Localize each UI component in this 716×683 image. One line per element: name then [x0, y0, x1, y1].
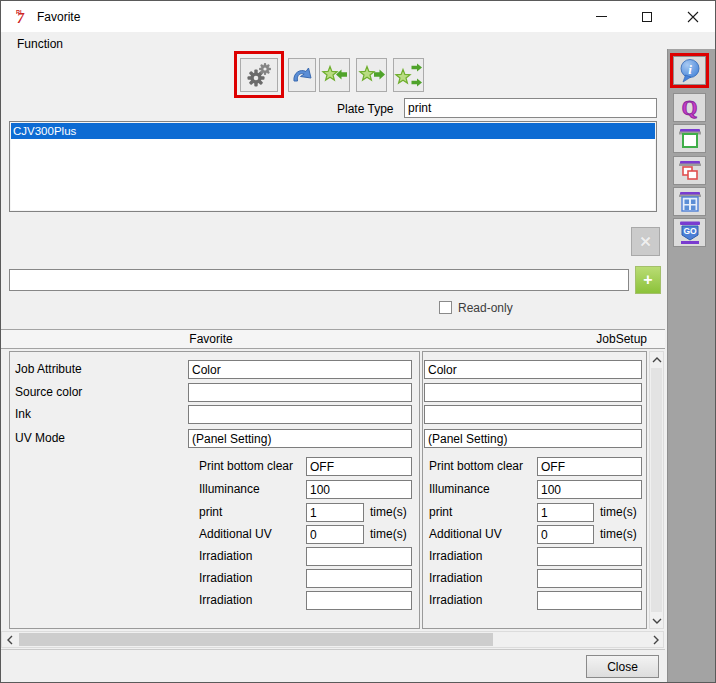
- row-label: Illuminance: [429, 480, 490, 499]
- svg-text:GO: GO: [683, 226, 697, 236]
- sidebar-arrange-button[interactable]: [673, 156, 706, 185]
- row-label: Source color: [15, 383, 82, 402]
- favorite-field-additional-uv[interactable]: [306, 525, 364, 544]
- tile-icon: [678, 189, 702, 214]
- info-icon: i: [678, 58, 702, 83]
- horizontal-scrollbar-thumb[interactable]: [19, 633, 493, 646]
- favorite-dialog: RL 7 Favorite Function: [0, 0, 716, 683]
- sidebar-tile-button[interactable]: [673, 187, 706, 216]
- star-arrow-left-icon: [320, 60, 349, 90]
- plate-type-label: Plate Type: [337, 102, 393, 116]
- favorite-field-ink[interactable]: [188, 405, 412, 424]
- favorite-name-input[interactable]: [9, 269, 629, 291]
- favorite-field-irradiation-3[interactable]: [306, 591, 412, 610]
- favorite-apply-all-button[interactable]: [393, 58, 424, 92]
- jobsetup-field-irradiation-3[interactable]: [537, 591, 642, 610]
- row-label: Irradiation: [429, 569, 482, 588]
- maximize-button[interactable]: [624, 1, 670, 32]
- scroll-down-icon[interactable]: [650, 613, 663, 628]
- scroll-right-icon[interactable]: [648, 632, 663, 647]
- row-label: Additional UV: [429, 525, 502, 544]
- sidebar-execute-button[interactable]: GO: [673, 218, 706, 247]
- jobsetup-field-irradiation-2[interactable]: [537, 569, 642, 588]
- jobsetup-field-job-attribute[interactable]: [424, 360, 642, 379]
- row-label: Additional UV: [199, 525, 272, 544]
- jobsetup-panel: Print bottom clear Illuminance print tim…: [422, 351, 647, 629]
- row-label: Irradiation: [429, 547, 482, 566]
- jobsetup-field-print-times[interactable]: [537, 503, 594, 522]
- jobsetup-field-irradiation-1[interactable]: [537, 547, 642, 566]
- svg-text:7: 7: [17, 11, 25, 25]
- minimize-button[interactable]: [578, 1, 624, 32]
- settings-button[interactable]: [240, 58, 278, 92]
- jobsetup-column-header: JobSetup: [596, 332, 647, 346]
- favorite-field-print-bottom-clear[interactable]: [306, 457, 412, 476]
- add-favorite-button[interactable]: +: [635, 266, 661, 294]
- jobsetup-field-additional-uv[interactable]: [537, 525, 594, 544]
- read-only-checkbox[interactable]: [439, 301, 452, 314]
- menu-item-function[interactable]: Function: [17, 37, 63, 51]
- read-only-label: Read-only: [458, 301, 513, 315]
- rasterlink-app-icon: RL 7: [13, 7, 31, 25]
- star-arrow-right-icon: [357, 60, 386, 90]
- jobsetup-field-source-color[interactable]: [424, 383, 642, 402]
- close-icon: [687, 11, 699, 23]
- go-icon: GO: [678, 220, 702, 245]
- vertical-scrollbar-thumb[interactable]: [651, 368, 662, 612]
- row-label: print: [199, 503, 222, 522]
- favorite-import-button[interactable]: [319, 58, 350, 92]
- sidebar-plate-button[interactable]: [673, 124, 706, 153]
- gears-icon: [244, 60, 274, 90]
- favorite-apply-button[interactable]: [356, 58, 387, 92]
- quality-icon: Q: [682, 98, 698, 118]
- favorite-field-uv-mode[interactable]: [188, 429, 412, 448]
- favorite-field-print-times[interactable]: [306, 503, 364, 522]
- vertical-scrollbar[interactable]: [649, 351, 664, 629]
- favorite-field-illuminance[interactable]: [306, 480, 412, 499]
- printer-list[interactable]: CJV300Plus: [9, 121, 657, 212]
- row-label: Irradiation: [199, 569, 252, 588]
- favorite-column-header: Favorite: [1, 332, 421, 346]
- favorite-field-irradiation-1[interactable]: [306, 547, 412, 566]
- delete-favorite-button[interactable]: ✕: [631, 227, 660, 256]
- sidebar-quality-button[interactable]: Q: [673, 93, 706, 122]
- row-label: Irradiation: [199, 591, 252, 610]
- row-label: Irradiation: [429, 591, 482, 610]
- favorite-panel: Job Attribute Source color Ink UV Mode P…: [9, 351, 420, 629]
- times-suffix: time(s): [600, 503, 637, 522]
- minimize-icon: [596, 16, 607, 17]
- plate-type-input[interactable]: [404, 98, 657, 118]
- row-label: UV Mode: [15, 429, 65, 448]
- favorite-field-irradiation-2[interactable]: [306, 569, 412, 588]
- comparison-header: Favorite JobSetup: [1, 329, 665, 349]
- scroll-left-icon[interactable]: [2, 632, 17, 647]
- scroll-up-icon[interactable]: [650, 352, 663, 367]
- function-sidebar: i Q: [667, 49, 716, 683]
- favorite-field-job-attribute[interactable]: [188, 360, 412, 379]
- svg-text:i: i: [688, 62, 692, 77]
- row-label: Illuminance: [199, 480, 260, 499]
- row-label: Irradiation: [199, 547, 252, 566]
- jobsetup-field-illuminance[interactable]: [537, 480, 642, 499]
- menu-bar: Function: [2, 32, 666, 56]
- sidebar-info-button[interactable]: i: [673, 56, 706, 85]
- row-label: Print bottom clear: [429, 457, 523, 476]
- row-label: Job Attribute: [15, 360, 82, 379]
- jobsetup-field-print-bottom-clear[interactable]: [537, 457, 642, 476]
- jobsetup-field-uv-mode[interactable]: [424, 429, 642, 448]
- jobsetup-field-ink[interactable]: [424, 405, 642, 424]
- undo-icon: [290, 63, 314, 87]
- times-suffix: time(s): [370, 503, 407, 522]
- title-bar[interactable]: RL 7 Favorite: [1, 1, 715, 32]
- undo-button[interactable]: [288, 58, 316, 92]
- favorite-field-source-color[interactable]: [188, 383, 412, 402]
- maximize-icon: [642, 12, 652, 22]
- close-window-button[interactable]: [670, 1, 716, 32]
- plate-icon: [678, 126, 702, 151]
- times-suffix: time(s): [600, 525, 637, 544]
- horizontal-scrollbar[interactable]: [1, 631, 664, 648]
- times-suffix: time(s): [370, 525, 407, 544]
- star-double-arrow-icon: [394, 60, 423, 90]
- close-button[interactable]: Close: [586, 655, 659, 678]
- list-item-selected[interactable]: CJV300Plus: [11, 123, 655, 139]
